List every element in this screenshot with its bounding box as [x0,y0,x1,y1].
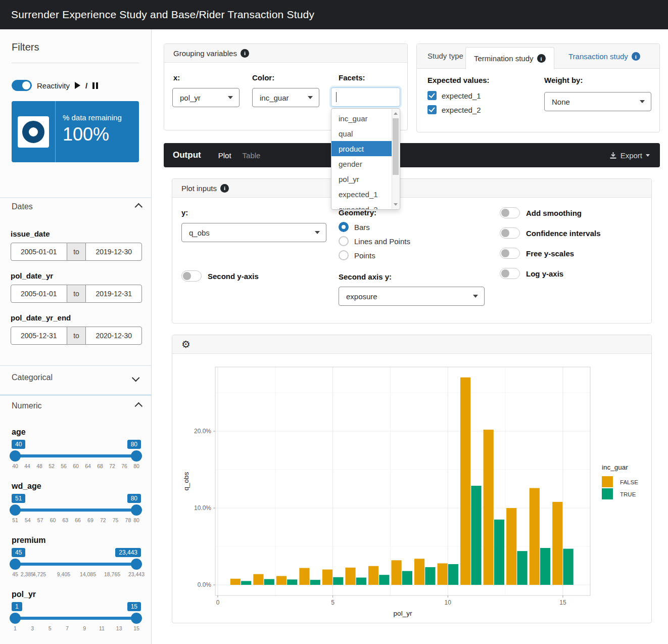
slider-handle-min[interactable] [10,450,21,462]
date-to-input[interactable]: 2019-12-31 [85,285,142,303]
chevron-up-icon [135,203,143,211]
facets-option-gender[interactable]: gender [331,156,392,171]
tab-transaction-study[interactable]: Transaction study i [568,52,640,61]
bar-true-yr7 [379,575,389,585]
option-toggle[interactable] [500,268,520,279]
slider-tick-label: 60 [50,517,56,523]
scroll-down-icon[interactable] [394,203,398,206]
caret-down-icon [228,96,233,99]
reactivity-toggle[interactable] [12,80,32,91]
slider-max-badge[interactable]: 23,443 [115,548,141,557]
scrollbar-thumb[interactable] [393,118,399,175]
facets-option-expected_2[interactable]: expected_2 [331,202,392,210]
facets-input[interactable] [331,87,400,107]
slider-track[interactable] [13,617,138,620]
slider-min-badge[interactable]: 40 [12,440,25,449]
date-from-input[interactable]: 2005-01-01 [11,243,67,261]
option-toggle[interactable] [500,248,520,259]
slider-tick-label: 9,405 [57,571,70,577]
option-toggle[interactable] [500,227,520,239]
slider-handle-min[interactable] [10,613,21,624]
slider-min-badge[interactable]: 51 [12,494,25,503]
info-icon[interactable]: i [220,184,229,193]
slider-handle-min[interactable] [10,504,21,516]
slider-handle-max[interactable] [131,504,142,516]
tab-termination-study[interactable]: Termination study i [465,47,554,69]
info-icon[interactable]: i [632,52,640,61]
slider-max-badge[interactable]: 80 [127,440,141,449]
slider-handle-min[interactable] [10,559,21,570]
checkbox-checked-icon[interactable] [427,105,437,114]
toggle-knob [183,272,191,280]
slider-tick-label: 7 [66,625,69,631]
slider-track[interactable] [13,563,138,566]
dropdown-scrollbar[interactable] [392,109,399,209]
slider-handle-max[interactable] [131,613,142,624]
toggle-row-add-smoothing[interactable]: Add smoothing [500,207,582,218]
checkbox-row-expected-2[interactable]: expected_2 [427,105,481,114]
bar-false-yr8 [391,560,401,585]
facets-option-pol_yr[interactable]: pol_yr [331,171,392,187]
bar-false-yr3 [276,576,287,585]
radio-unchecked-icon[interactable] [339,236,349,246]
weight-by-select[interactable]: None [544,92,651,111]
info-icon[interactable]: i [241,49,249,58]
slider-min-badge[interactable]: 45 [12,548,25,557]
facets-option-inc_guar[interactable]: inc_guar [331,111,392,126]
categorical-section-header[interactable]: Categorical [12,373,140,382]
divider [12,63,139,63]
svg-text:10.0%: 10.0% [194,504,211,512]
slider-tick-label: 68 [97,463,103,469]
date-to-input[interactable]: 2019-12-30 [85,243,142,261]
tab-table[interactable]: Table [243,151,261,160]
date-from-input[interactable]: 2005-12-31 [11,327,67,345]
numeric-section-header[interactable]: Numeric [12,401,140,410]
slider-track[interactable] [13,509,138,512]
export-button[interactable]: Export [609,151,650,160]
option-toggle[interactable] [500,207,520,218]
section-separator [0,394,151,396]
checkbox-checked-icon[interactable] [427,91,437,100]
radio-points[interactable]: Points [339,250,375,260]
toggle-row-log-y-axis[interactable]: Log y-axis [500,268,563,279]
checkbox-row-expected-1[interactable]: expected_1 [427,91,481,100]
date-filter-label: issue_date [11,229,142,238]
svg-text:5: 5 [331,599,335,606]
plot-inputs-title: Plot inputs [181,184,217,193]
facets-option-expected_1[interactable]: expected_1 [331,187,392,202]
tab-plot[interactable]: Plot [218,151,231,160]
radio-checked-icon[interactable] [339,222,349,232]
bar-true-yr11 [471,486,481,585]
second-axis-y-select[interactable]: exposure [339,287,485,306]
facets-option-qual[interactable]: qual [331,126,392,141]
slider-max-badge[interactable]: 80 [127,494,141,503]
slider-max-badge[interactable]: 15 [127,602,141,611]
export-label: Export [621,151,642,160]
dates-section-header[interactable]: Dates [12,202,140,211]
scroll-up-icon[interactable] [394,112,398,115]
radio-unchecked-icon[interactable] [339,250,349,260]
facets-option-product[interactable]: product [331,141,392,156]
caret-down-icon [308,96,313,99]
info-icon[interactable]: i [537,54,546,63]
text-cursor [336,92,337,102]
radio-bars[interactable]: Bars [339,222,370,232]
y-select[interactable]: q_obs [181,223,326,242]
toggle-row-confidence-intervals[interactable]: Confidence intervals [500,227,601,239]
page-title: Surrender Experience Study and Base/Ride… [11,9,314,21]
radio-lines-points[interactable]: Lines and Points [339,236,410,246]
toggle-label: Confidence intervals [526,229,601,238]
toggle-row-free-y-scales[interactable]: Free y-scales [500,248,574,259]
slider-track[interactable] [13,454,138,457]
date-from-input[interactable]: 2005-01-01 [11,285,67,303]
slider-min-badge[interactable]: 1 [12,602,22,611]
date-to-input[interactable]: 2020-12-30 [85,327,142,345]
bar-false-yr4 [299,568,309,585]
slider-handle-max[interactable] [131,559,142,570]
second-y-axis-toggle[interactable] [181,270,202,282]
gear-icon[interactable]: ⚙ [181,339,190,349]
slider-handle-max[interactable] [131,450,142,462]
x-select[interactable]: pol_yr [172,88,240,107]
second-y-axis-toggle-row[interactable]: Second y-axis [181,270,259,282]
color-select[interactable]: inc_guar [252,88,319,107]
